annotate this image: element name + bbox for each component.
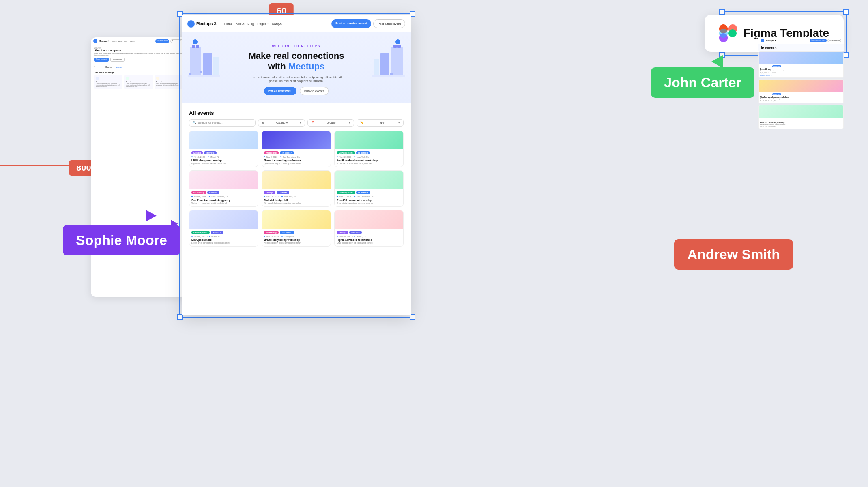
meta-dot [209,196,210,197]
rp-event-desc-2: Porto mauris sit at tellus risus justo m… [760,98,842,100]
rp-event-img-3 [759,105,843,118]
event-title: Brand storytelling workshop [264,238,329,241]
mf-nav-about[interactable]: About [236,22,244,26]
rp-event-img-2 [759,80,843,92]
event-badge: Design [337,231,348,234]
event-date: Nov 6, 2023 [194,156,205,158]
event-badge: Design [191,151,203,154]
meta-dot [354,156,355,157]
lp-val-desc-2: Lorem ipsum dolor sit amet consectetur. … [126,83,151,88]
event-card-4[interactable]: MarketingRemote Nov 15, 2023 · San Franc… [189,170,258,207]
rp-explore-link-1[interactable]: Explore event → [760,74,842,76]
mf-hero-post-button[interactable]: Post a free event [264,87,296,95]
lp-nav-logo-circle [93,39,97,43]
meta-dot [337,196,338,197]
mf-nav-buttons: Post a premium event Post a free event [331,19,405,28]
event-badges: DesignRemote [337,231,401,234]
rp-event-body-1: Development In person ReactJS co... Lore… [759,64,843,77]
event-location: New York, NY [284,195,296,198]
event-description: Dignissim pellentesque faucibusalomer [191,162,256,165]
event-card-8[interactable]: MarketingIn-person Nov 27, 2023 · Chicag… [262,210,331,247]
rp-event-meta-3: Nov 21, 2023 · San Francisco, CA [760,126,842,127]
event-card-2[interactable]: MarketingIn-person Nov 9, 2023 · San Fra… [262,131,331,167]
event-badge: In person [356,151,370,154]
event-location: Austin, TX [357,235,366,238]
mf-nav-blog[interactable]: Blog [247,22,254,26]
lp-browse-btn[interactable]: Browse events [110,58,125,62]
svg-point-22 [728,29,737,37]
lp-val-icon-2 [126,77,129,80]
right-preview-panel: Meetups X Post a premium event Post a fr… [758,37,844,131]
lp-values-heading: The value of every... [94,71,183,74]
figma-logo-icon [719,24,737,42]
event-card-3[interactable]: DevelopmentIn person Nov 12, 2023 · New … [334,131,404,167]
event-card-6[interactable]: DevelopmentIn person Nov 21, 2023 · San … [334,170,404,207]
event-body: MarketingIn-person Nov 27, 2023 · Chicag… [262,229,331,246]
svg-rect-3 [196,45,199,48]
svg-rect-6 [188,75,220,77]
mf-hero-description: Lorem ipsum dolor sit amet consectetur a… [244,75,349,83]
mf-hero-illustration-right [372,39,405,79]
mf-hero-heading: Make real connections with Meetups [190,51,403,72]
lp-post-btn[interactable]: Post a free event [94,58,109,62]
mf-nav-pages[interactable]: Pages ▾ [257,22,269,26]
meta-dot [191,156,193,157]
rp-top-nav-buttons: Post a premium event Post a free event [810,39,841,42]
event-image [335,131,403,149]
figma-handle-br [843,52,849,58]
lp-nav-btn-primary[interactable]: Post a free event [155,39,169,43]
rp-event-body-2: Development In person Webflow developmen… [759,92,843,103]
mf-events-section: All events 🔍 Search for events... ⊞ Cate… [182,103,411,253]
mf-nav-cart[interactable]: Cart(0) [272,22,282,26]
svg-point-13 [395,39,400,44]
event-description: Porto mauris sit at tellus risus justo m… [337,162,401,165]
mf-nav-home[interactable]: Home [224,22,232,26]
event-image [262,210,331,229]
rp-event-desc-1: Lorem ipsum dolor sit amet consectetur..… [760,70,842,72]
svg-rect-5 [213,57,219,77]
event-title: ReactJS community meetup [337,199,401,202]
event-badges: DevelopmentIn person [337,191,401,194]
mf-nav-post-premium-button[interactable]: Post a premium event [331,19,371,28]
rp-btn-premium[interactable]: Post a premium event [810,39,826,42]
event-card-9[interactable]: DesignRemote Nov 30, 2023 · Austin, TX F… [334,210,404,247]
mf-search-input[interactable]: 🔍 Search for events... [189,119,256,127]
event-card-7[interactable]: DevelopmentRemote Nov 24, 2023 · Miami, … [189,210,258,247]
mf-nav-logo-wrap: Meetups X [187,20,217,28]
event-card-1[interactable]: DesignRemote Nov 6, 2023 · Miami, FL UI/… [189,131,258,167]
event-location: San Francisco, CA [211,195,228,198]
event-location: Miami, FL [210,156,219,158]
event-image [335,210,403,229]
mf-nav-brand: Meetups X [196,21,217,26]
rp-event-card-1: Development In person ReactJS co... Lore… [758,51,844,78]
event-badges: DesignRemote [264,191,329,194]
andrew-smith-badge: Andrew Smith [674,239,793,270]
event-card-5[interactable]: DesignRemote Nov 18, 2023 · New York, NY… [262,170,331,207]
mf-filter-category[interactable]: ⊞ Category ▾ [258,119,305,127]
mf-filter-type[interactable]: ✏️ Type ▾ [357,119,404,127]
rp-badge-dev-3: Development [760,119,771,121]
event-badges: MarketingIn-person [264,231,329,234]
mf-nav-links: Home About Blog Pages ▾ Cart(0) [224,22,282,26]
rp-event-meta-1: 15, 21, 2023 · New York, NY [760,72,842,74]
rp-event-card-3: Development ReactJS community meetup Eu … [758,105,844,129]
rp-btn-free[interactable]: Post a free event [827,39,841,42]
canvas: 60 800 Meetups X Home About Blog Pages ▾… [0,0,868,487]
mf-nav-post-free-button[interactable]: Post a free event [373,19,405,28]
chevron-down-icon: ▾ [398,121,400,124]
meta-sep: · [206,156,206,158]
event-description: Nunc sed lorem nisl sit amet consectetur [264,242,329,244]
meta-dot [264,156,265,157]
event-date: Nov 9, 2023 [266,156,277,158]
event-title: UI/UX designers meetup [191,159,256,162]
mf-search-placeholder: Search for events... [198,121,223,124]
rp-badge-dev-1: Development [760,65,771,67]
event-body: DesignRemote Nov 18, 2023 · New York, NY… [262,189,331,206]
meta-dot [354,196,355,197]
mf-hero-browse-button[interactable]: Browse events [300,87,329,95]
svg-rect-1 [203,53,212,77]
mf-filter-location[interactable]: 📍 Location ▾ [307,119,355,127]
svg-point-4 [193,39,198,44]
meta-dot [354,236,355,237]
event-body: MarketingRemote Nov 15, 2023 · San Franc… [189,189,258,206]
